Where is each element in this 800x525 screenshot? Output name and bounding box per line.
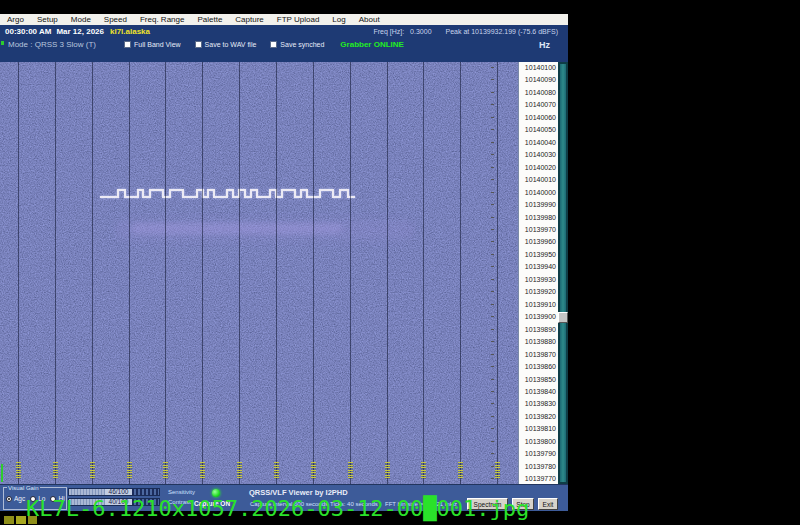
time-gridline	[18, 62, 19, 484]
checkbox-icon	[195, 41, 202, 48]
freq-tick-label: 10140050	[525, 126, 556, 133]
menu-palette[interactable]: Palette	[197, 14, 222, 25]
freq-tick-label: 10140010	[525, 176, 556, 183]
exit-button[interactable]: Exit	[538, 498, 558, 510]
time-gridline	[387, 62, 388, 484]
time-tick-label	[200, 462, 205, 479]
time-tick-label	[163, 462, 168, 479]
menu-setup[interactable]: Setup	[37, 14, 58, 25]
sensitivity-value: 46/100	[105, 489, 132, 495]
freq-tick-label: 10139770	[525, 475, 556, 482]
time-tick-label	[311, 462, 316, 479]
mode-indicator: Mode : QRSS 3 Slow (T)	[8, 40, 96, 49]
spectrogram[interactable]	[0, 62, 518, 484]
sensitivity-slider[interactable]: 46/100	[68, 488, 160, 496]
menu-capture[interactable]: Capture	[235, 14, 263, 25]
freq-tick-label: 10139980	[525, 214, 556, 221]
freq-tick-label: 10140030	[525, 151, 556, 158]
time-tick-label	[53, 462, 58, 479]
freq-tick-label: 10139900	[525, 313, 556, 320]
time-gridline	[460, 62, 461, 484]
time-tick-label	[274, 462, 279, 479]
checkbox-icon	[270, 41, 277, 48]
menu-ftp-upload[interactable]: FTP Upload	[277, 14, 320, 25]
time-tick-label	[385, 462, 390, 479]
freq-tick-label: 10140040	[525, 139, 556, 146]
qrss-signal-trace	[0, 62, 518, 484]
time-gridline	[276, 62, 277, 484]
freq-tick-label: 10140060	[525, 114, 556, 121]
menu-argo[interactable]: Argo	[7, 14, 24, 25]
freq-tick-label: 10139950	[525, 251, 556, 258]
checkbox-label: Save synched	[280, 41, 324, 48]
time-gridline	[92, 62, 93, 484]
menu-bar: ArgoSetupModeSpeedFreq. RangePaletteCapt…	[0, 14, 568, 25]
checkbox-save-to-wav-file[interactable]: Save to WAV file	[195, 41, 257, 48]
freq-tick-label: 10139850	[525, 376, 556, 383]
checkbox-label: Save to WAV file	[205, 41, 257, 48]
argo-window: ArgoSetupModeSpeedFreq. RangePaletteCapt…	[0, 14, 568, 497]
status-block-icon	[4, 516, 14, 524]
time-gridline	[202, 62, 203, 484]
grabber-status: Grabber ONLINE	[340, 40, 404, 49]
checkbox-label: Full Band View	[134, 41, 181, 48]
date-readout: Mar 12, 2026	[56, 27, 104, 36]
menu-mode[interactable]: Mode	[71, 14, 91, 25]
menu-log[interactable]: Log	[332, 14, 345, 25]
checkbox-save-synched[interactable]: Save synched	[270, 41, 324, 48]
time-gridline	[55, 62, 56, 484]
radio-agc[interactable]: Agc	[6, 495, 25, 502]
freq-tick-label: 10139940	[525, 263, 556, 270]
radio-label: Agc	[14, 495, 25, 502]
time-tick-label	[237, 462, 242, 479]
time-tick-label	[458, 462, 463, 479]
time-tick-label	[16, 462, 21, 479]
freq-readout-label: Freq [Hz]:	[373, 28, 404, 35]
time-gridline	[350, 62, 351, 484]
time-tick-label	[348, 462, 353, 479]
status-block-icon	[28, 516, 37, 524]
menu-speed[interactable]: Speed	[104, 14, 127, 25]
freq-readout-value: 0.3000	[410, 28, 431, 35]
freq-tick-label: 10139830	[525, 400, 556, 407]
freq-tick-label: 10140100	[525, 64, 556, 71]
freq-tick-label: 10140070	[525, 101, 556, 108]
mode-row: Mode : QRSS 3 Slow (T) Full Band ViewSav…	[0, 38, 568, 51]
freq-tick-label: 10139960	[525, 238, 556, 245]
station-label: kl7l.alaska	[110, 27, 150, 36]
freq-tick-label: 10139780	[525, 463, 556, 470]
hz-unit-label: Hz	[539, 40, 550, 50]
menu-freq-range[interactable]: Freq. Range	[140, 14, 184, 25]
time-tick-label	[495, 462, 500, 479]
freq-tick-label: 10139990	[525, 201, 556, 208]
sensitivity-slider-track	[132, 489, 159, 495]
freq-tick-label: 10140020	[525, 164, 556, 171]
visual-gain-label: Visual Gain	[7, 485, 40, 491]
scrollbar-thumb[interactable]	[558, 312, 568, 323]
freq-tick-label: 10139860	[525, 363, 556, 370]
radio-icon	[6, 496, 12, 502]
edge-marker-icon	[1, 41, 4, 45]
time-tick-label	[90, 462, 95, 479]
frequency-scale: 1014010010140090101400801014007010140060…	[518, 62, 558, 484]
freq-tick-label: 10139810	[525, 425, 556, 432]
checkbox-full-band-view[interactable]: Full Band View	[124, 41, 181, 48]
main-area: 1014010010140090101400801014007010140060…	[0, 62, 568, 484]
capture-filename: KL7L-6.1210x1057.2026-03-12-00█001.jpg	[26, 498, 529, 520]
menu-about[interactable]: About	[359, 14, 380, 25]
time-tick-label	[127, 462, 132, 479]
time-gridline	[129, 62, 130, 484]
status-row: 00:30:00 AM Mar 12, 2026 kl7l.alaska Fre…	[0, 26, 568, 37]
freq-tick-label: 10140090	[525, 76, 556, 83]
freq-tick-label: 10139910	[525, 301, 556, 308]
checkbox-icon	[124, 41, 131, 48]
freq-tick-label: 10139880	[525, 338, 556, 345]
time-gridline	[165, 62, 166, 484]
freq-tick-label: 10139800	[525, 438, 556, 445]
frequency-scrollbar[interactable]	[558, 62, 568, 484]
checkbox-group: Full Band ViewSave to WAV fileSave synch…	[124, 41, 324, 48]
scrollbar-track[interactable]	[560, 64, 566, 482]
freq-tick-label: 10139820	[525, 413, 556, 420]
sensitivity-slider-fill	[69, 489, 105, 495]
freq-tick-label: 10139890	[525, 326, 556, 333]
